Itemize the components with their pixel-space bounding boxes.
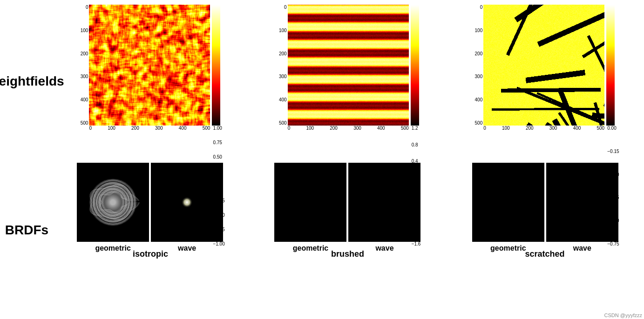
heatmap-brushed-container: 0 100 200 300 400 500 0 100	[275, 5, 421, 246]
heatmap-isotropic-container: 0 100 200 300 400 500 0 100	[76, 5, 224, 246]
heatmap-scratched-container: 0 100 200 300 400 500 0 100	[470, 5, 619, 246]
heatmap-brushed-axes: 0 100 200 300 400 500 0 100	[275, 5, 409, 246]
isotropic-colorbar-wrap: 1.00 0.75 0.50 0.25 0.00 −0.25 −0.50 −0.…	[212, 5, 224, 246]
brdfs-label: BRDFs	[2, 163, 54, 298]
heatmap-scratched-axes: 0 100 200 300 400 500 0 100	[470, 5, 604, 246]
heightfields-plots-group: 0 100 200 300 400 500 0 100	[54, 5, 642, 158]
isotropic-x-axis: 0 100 200 300 400 500	[89, 126, 210, 131]
top-row: Heightfields 0 100 200 300 400 500	[2, 5, 642, 158]
heightfields-label: Heightfields	[2, 5, 54, 158]
brushed-x-axis: 0 100 200 300 400 500	[288, 126, 409, 131]
brushed-colorbar-wrap: 1.2 0.8 0.4 0.0 −0.4 −0.8 −1.2 −1.6	[411, 5, 421, 246]
plot-brushed: 0 100 200 300 400 500 0 100	[275, 5, 421, 158]
heatmap-isotropic	[89, 5, 210, 126]
plot-isotropic: 0 100 200 300 400 500 0 100	[76, 5, 224, 158]
scratched-colorbar	[606, 5, 615, 126]
watermark: CSDN @yyyfzzz	[604, 312, 642, 318]
isotropic-colorbar	[212, 5, 220, 126]
main-container: Heightfields 0 100 200 300 400 500	[0, 0, 644, 319]
scratched-x-axis: 0 100 200 300 400 500	[483, 126, 604, 131]
plot-scratched: 0 100 200 300 400 500 0 100	[470, 5, 619, 158]
heatmap-scratched	[483, 5, 604, 126]
isotropic-y-axis: 0 100 200 300 400 500	[76, 5, 89, 126]
brushed-colorbar	[411, 5, 419, 126]
brushed-y-axis: 0 100 200 300 400 500	[275, 5, 288, 126]
scratched-y-axis: 0 100 200 300 400 500	[470, 5, 483, 126]
heatmap-isotropic-axes: 0 100 200 300 400 500 0 100	[76, 5, 210, 246]
scratched-colorbar-wrap: 0.00 −0.15 −0.30 −0.45 −0.60 −0.75	[606, 5, 619, 246]
heatmap-brushed	[288, 5, 409, 126]
